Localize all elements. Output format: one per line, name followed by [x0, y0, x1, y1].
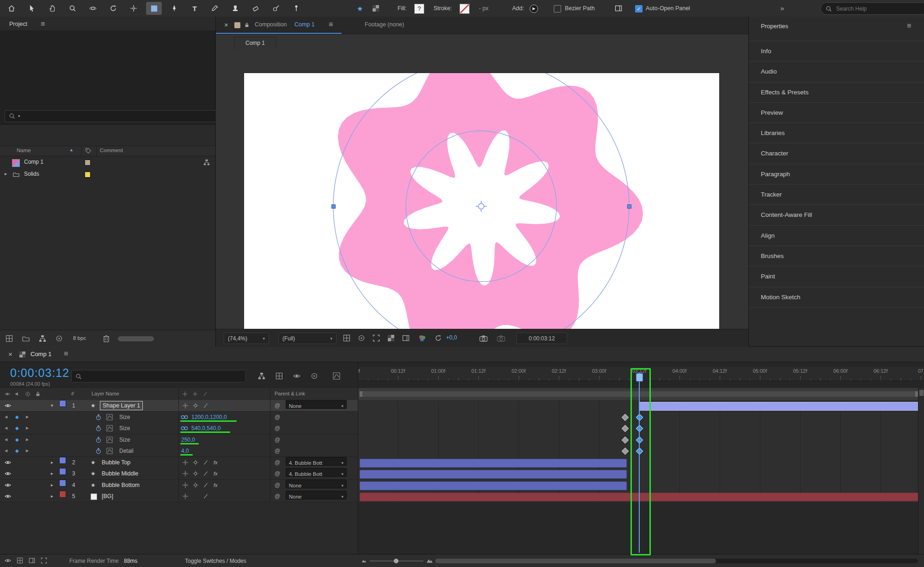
layer-bar-bubble-middle[interactable]	[360, 470, 627, 479]
number-column-header[interactable]: #	[71, 391, 74, 396]
expand-chevron-icon[interactable]: ▸	[5, 171, 7, 176]
zoom-tool[interactable]	[65, 2, 80, 15]
keyframe-toggle-icon[interactable]: ◆	[15, 423, 19, 434]
timeline-search-input[interactable]	[85, 373, 220, 380]
left-handle[interactable]	[332, 205, 336, 209]
parent-dropdown[interactable]: 4. Bubble Bott▾	[286, 468, 347, 477]
stopwatch-icon[interactable]	[95, 425, 102, 431]
graph-icon[interactable]	[106, 448, 113, 454]
project-row-solids[interactable]: ▸ Solids	[0, 169, 215, 180]
av-features-pane-icon[interactable]	[5, 557, 11, 564]
mask-checker-icon[interactable]	[373, 5, 379, 12]
show-channels-icon[interactable]	[418, 334, 426, 342]
home-icon[interactable]	[4, 2, 19, 15]
horizontal-scrollbar-thumb[interactable]	[435, 559, 716, 563]
stopwatch-icon[interactable]	[95, 448, 102, 454]
expand-chevron-icon[interactable]: ▸	[51, 457, 53, 468]
pickwhip-icon[interactable]: @	[275, 457, 280, 468]
label-color-chip[interactable]	[59, 400, 66, 407]
panel-divider[interactable]	[358, 362, 358, 554]
project-panel-menu-icon[interactable]: ≡	[41, 20, 45, 28]
title-action-safe-icon[interactable]	[343, 334, 350, 342]
frame-blend-switch-icon[interactable]	[202, 402, 209, 409]
reset-exposure-icon[interactable]	[434, 334, 442, 342]
properties-panel-menu-icon[interactable]: ≡	[907, 22, 911, 30]
expand-chevron-icon[interactable]: ▸	[51, 491, 53, 502]
layer-bar-bubble-top[interactable]	[360, 459, 627, 468]
close-icon[interactable]: ×	[224, 21, 228, 28]
frame-blend-switch-icon[interactable]	[202, 493, 209, 499]
bit-depth-button[interactable]: 8 bpc	[73, 335, 86, 341]
properties-item[interactable]: Character	[749, 143, 924, 164]
close-icon[interactable]: ×	[8, 351, 12, 357]
eye-icon[interactable]	[5, 493, 11, 499]
timeline-panel-menu-icon[interactable]: ≡	[64, 350, 68, 357]
toggle-switches-modes-button[interactable]: Toggle Switches / Modes	[185, 558, 246, 564]
parent-dropdown[interactable]: 4. Bubble Bott▾	[286, 457, 347, 466]
fill-color-swatch[interactable]: ?	[414, 4, 424, 14]
name-column-header[interactable]: Name	[17, 148, 31, 153]
layer-bar-shape-layer-1[interactable]	[639, 402, 919, 411]
pickwhip-icon[interactable]: @	[275, 423, 280, 434]
project-panel-title[interactable]: Project	[9, 21, 27, 27]
parent-dropdown[interactable]: None▾	[286, 491, 347, 499]
next-keyframe-button[interactable]: ▶	[26, 434, 29, 445]
stroke-width-label[interactable]: - px	[479, 0, 489, 17]
properties-item[interactable]: Audio	[749, 62, 924, 82]
property-row-detail[interactable]: ◀ ◆ ▶ Detail 4,0 @	[0, 445, 358, 457]
footage-tab[interactable]: Footage (none)	[365, 21, 404, 28]
properties-item[interactable]: Info	[749, 41, 924, 62]
expand-switches-pane-icon[interactable]	[17, 557, 23, 564]
pixel-aspect-icon[interactable]	[402, 334, 410, 342]
anchor-point-icon[interactable]	[476, 201, 487, 212]
anchor-switch-icon[interactable]	[182, 482, 189, 488]
properties-item[interactable]: Tracker	[749, 185, 924, 205]
properties-panel-title[interactable]: Properties	[761, 23, 788, 30]
property-name[interactable]: Detail	[119, 445, 134, 456]
eye-icon[interactable]	[5, 482, 11, 488]
property-row-size-1[interactable]: ◀ ◆ ▶ Size 1200,0,1200,0 @	[0, 412, 358, 423]
magnification-dropdown[interactable]: (74,4%)▾	[224, 333, 269, 344]
next-keyframe-button[interactable]: ▶	[26, 445, 29, 456]
help-search-box[interactable]	[820, 2, 924, 15]
stopwatch-icon[interactable]	[95, 414, 102, 420]
pickwhip-icon[interactable]: @	[275, 491, 280, 502]
graph-icon[interactable]	[106, 425, 113, 431]
brush-tool[interactable]	[207, 2, 223, 15]
anchor-switch-icon[interactable]	[182, 459, 189, 466]
effects-badge-icon[interactable]: fx	[214, 480, 218, 491]
properties-item[interactable]: Preview	[749, 103, 924, 123]
comp-mini-flowchart-icon[interactable]	[258, 372, 265, 380]
comment-column-header[interactable]: Comment	[100, 148, 123, 153]
properties-item[interactable]: Align	[749, 226, 924, 246]
orbit-camera-tool[interactable]	[85, 2, 101, 15]
parent-dropdown[interactable]: None▾	[286, 400, 347, 409]
timeline-zoom-slider-handle[interactable]	[394, 559, 398, 563]
project-settings-icon[interactable]	[55, 335, 63, 342]
keyframe-toggle-icon[interactable]: ◆	[15, 434, 19, 445]
label-color-swatch[interactable]	[85, 160, 91, 166]
layer-bar-bubble-bottom[interactable]	[360, 481, 627, 490]
transparency-grid-icon[interactable]	[388, 335, 394, 341]
expand-chevron-icon[interactable]: ▸	[51, 480, 53, 491]
graph-icon[interactable]	[106, 437, 113, 443]
lock-icon[interactable]	[244, 22, 250, 28]
link-dimensions-icon[interactable]	[180, 426, 189, 431]
timeline-tab-label[interactable]: Comp 1	[31, 351, 52, 357]
project-item-name[interactable]: Solids	[24, 171, 39, 177]
pickwhip-icon[interactable]: @	[275, 468, 280, 479]
zoom-out-mountain-icon[interactable]	[361, 559, 367, 563]
expand-transfer-controls-icon[interactable]	[29, 557, 35, 564]
property-name[interactable]: Size	[119, 434, 130, 445]
layer-row-shape-layer-1[interactable]: ▾ 1 ★ Shape Layer 1 @ None▾	[0, 400, 358, 412]
prev-keyframe-button[interactable]: ◀	[5, 445, 7, 456]
layer-name[interactable]: Bubble Middle	[102, 468, 138, 479]
prev-keyframe-button[interactable]: ◀	[5, 434, 7, 445]
layer-row-bubble-bottom[interactable]: ▸ 4 ★ Bubble Bottom fx @ None▾	[0, 480, 358, 491]
resolution-dropdown[interactable]: (Full)▾	[278, 333, 337, 344]
graph-icon[interactable]	[106, 414, 113, 420]
properties-item[interactable]: Motion Sketch	[749, 287, 924, 308]
layer-name[interactable]: Bubble Top	[102, 457, 130, 468]
prev-keyframe-button[interactable]: ◀	[5, 412, 7, 423]
clone-stamp-tool[interactable]	[227, 2, 243, 15]
